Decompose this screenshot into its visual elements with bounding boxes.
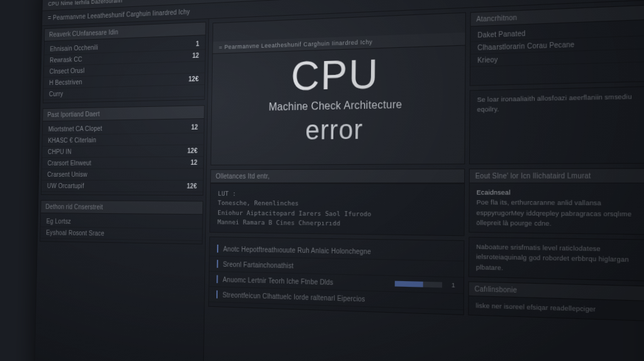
tab-main[interactable]: CPU Nime Ierhila Dazerouralin xyxy=(48,0,122,7)
list-item[interactable]: CHPU IN12€ xyxy=(42,145,204,158)
list-item[interactable]: KHASC € Citerlain xyxy=(42,133,204,147)
error-panel: = Pearmanvne Leeatheshunif Carghuin Iina… xyxy=(211,13,466,165)
code-output: LUT : Tonesche, Renenlinches Eniohur Aip… xyxy=(210,183,464,235)
right-info-panel-c: Cafılinsbonie liske ner isoreel efsiqar … xyxy=(468,281,644,321)
details-panel: Olletances Itd entr, LUT : Tonesche, Ren… xyxy=(209,169,465,236)
checks-panel: Anotc Hepotftreathıouute Ruh Anlaic Holo… xyxy=(208,236,464,315)
error-title-cpu: CPU xyxy=(291,53,379,97)
right-info-panel-b: Naboature srisfmatis level raticlodatese… xyxy=(469,237,644,282)
bottom-right: Eout Slne' lor Icn Ilichataird Lmurat Ec… xyxy=(467,168,644,361)
info-sub: Ecaidnseal xyxy=(477,187,644,198)
sidebar-panel-constraints: Dethon rid Cnserstreit Eg Lortsz Eyshoal… xyxy=(40,200,203,245)
list-item[interactable]: UW Orcartupif12€ xyxy=(42,181,203,192)
right-column: Atancrhitnon Daket Panated Clhaarstlorar… xyxy=(469,4,644,164)
progress-bar xyxy=(394,281,441,288)
sidebar-panel-ports: Past Iportiand Daert Miortstnet CA Clope… xyxy=(41,105,205,196)
list-item[interactable]: Eyshoal Rosont Srace xyxy=(40,227,202,241)
error-title-mca: Machine Check Architecture xyxy=(269,99,402,113)
right-info-panel-a: Eout Slne' lor Icn Ilichataird Lmurat Ec… xyxy=(469,168,644,235)
right-panel-info: Se loar ironaaliaith allosfoazi aeerflan… xyxy=(469,86,644,164)
bottom-center: Olletances Itd entr, LUT : Tonesche, Ren… xyxy=(207,169,465,361)
panel-title: Dethon rid Cnserstreit xyxy=(41,201,203,214)
sidebar-panel-config: Reaverk CUnfanesare Idin Ehnisain Occhen… xyxy=(43,22,206,104)
list-item[interactable]: Crarsort Elnweut12 xyxy=(42,157,204,169)
list-item[interactable]: Crarsent Unisw xyxy=(42,169,203,181)
sidebar: Reaverk CUnfanesare Idin Ehnisain Occhen… xyxy=(35,19,209,361)
info-text: Naboature srisfmatis level raticlodatese… xyxy=(469,238,644,280)
panel-title: Eout Slne' lor Icn Ilichataird Lmurat xyxy=(470,169,644,183)
info-text: liske ner isoreel efsiqar readellepciger xyxy=(469,296,644,321)
info-text: Se loar ironaaliaith allosfoazi aeerflan… xyxy=(470,87,644,119)
panel-title: Past Iportiand Daert xyxy=(43,106,204,121)
panel-title: Olletances Itd entr, xyxy=(211,169,464,183)
error-title-error: error xyxy=(305,114,363,146)
info-text: Poe fla its, erthurcaranne anlid vallans… xyxy=(476,197,644,230)
right-panel-arch: Atancrhitnon Daket Panated Clhaarstlorar… xyxy=(470,4,644,86)
